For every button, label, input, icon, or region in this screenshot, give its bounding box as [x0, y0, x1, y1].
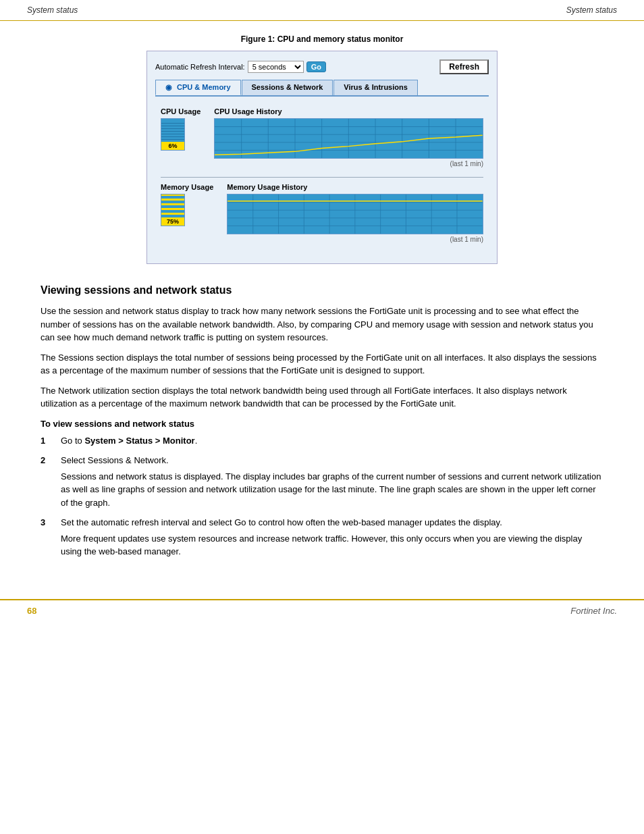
memory-usage-label: Memory Usage	[161, 183, 213, 191]
body-para-3: The Network utilization section displays…	[41, 384, 603, 411]
cpu-history-graph	[214, 118, 483, 159]
footer-brand: Fortinet Inc.	[570, 606, 617, 616]
memory-usage-section: Memory Usage 75%	[161, 183, 213, 226]
memory-history-graph	[227, 194, 483, 234]
step-1-content: Go to System > Status > Monitor.	[61, 434, 603, 448]
step-2-number: 2	[41, 454, 61, 467]
cpu-usage-section: CPU Usage 6%	[161, 107, 200, 151]
memory-history-label: Memory Usage History	[227, 183, 483, 191]
footer-page: 68	[27, 606, 36, 616]
cpu-history-label: CPU Usage History	[214, 107, 483, 115]
panel-content: CPU Usage 6% CPU Usage History	[155, 105, 489, 255]
header-left-title: System status	[27, 5, 78, 15]
memory-history-section: Memory Usage History	[227, 183, 483, 243]
cpu-history-section: CPU Usage History	[214, 107, 483, 167]
refresh-button[interactable]: Refresh	[439, 59, 489, 74]
step-1-text: Go to	[61, 436, 84, 446]
step-2-text: Select Sessions & Network.	[61, 455, 169, 465]
tab-sessions-network[interactable]: Sessions & Network	[242, 80, 333, 95]
step-1-suffix: .	[195, 436, 198, 446]
figure-caption: Figure 1: CPU and memory status monitor	[41, 34, 603, 44]
memory-bar-gauge: 75%	[161, 194, 185, 226]
tabs-row: ◉ CPU & Memory Sessions & Network Virus …	[155, 80, 489, 97]
steps-list: 1 Go to System > Status > Monitor. 2 Sel…	[41, 434, 603, 558]
cpu-last-min-label: (last 1 min)	[214, 160, 483, 167]
cpu-bar-gauge: 6%	[161, 118, 185, 151]
procedure-heading: To view sessions and network status	[41, 419, 603, 429]
step-1-number: 1	[41, 434, 61, 448]
step-2-content: Select Sessions & Network. Sessions and …	[61, 454, 603, 509]
toolbar-left: Automatic Refresh Interval: 5 seconds 10…	[155, 61, 326, 73]
cpu-bar-badge: 6%	[161, 142, 184, 150]
eye-icon: ◉	[165, 83, 172, 91]
step-1: 1 Go to System > Status > Monitor.	[41, 434, 603, 448]
tab-virus-intrusions[interactable]: Virus & Intrusions	[333, 80, 418, 95]
cpu-history-svg	[215, 119, 483, 158]
step-3-text: Set the automatic refresh interval and s…	[61, 517, 502, 527]
interval-select[interactable]: 5 seconds 10 seconds 30 seconds	[248, 61, 304, 73]
go-button[interactable]: Go	[306, 61, 326, 72]
memory-bar-badge: 75%	[161, 217, 184, 226]
tab-virus-intrusions-label: Virus & Intrusions	[344, 83, 408, 91]
divider-1	[161, 177, 483, 178]
footer-bar: 68 Fortinet Inc.	[0, 599, 644, 621]
header-bar: System status System status	[0, 0, 644, 21]
step-2-note: Sessions and network status is displayed…	[61, 470, 603, 510]
cpu-usage-label: CPU Usage	[161, 107, 200, 115]
memory-history-svg	[227, 194, 483, 234]
step-1-bold: System > Status > Monitor	[84, 436, 194, 446]
cpu-usage-row: CPU Usage 6% CPU Usage History	[161, 107, 483, 167]
step-3-content: Set the automatic refresh interval and s…	[61, 516, 603, 558]
tab-sessions-network-label: Sessions & Network	[252, 83, 323, 91]
content-area: Figure 1: CPU and memory status monitor …	[0, 21, 644, 579]
body-para-1: Use the session and network status displ…	[41, 305, 603, 344]
interval-label: Automatic Refresh Interval:	[155, 63, 245, 71]
page-container: System status System status Figure 1: CP…	[0, 0, 644, 621]
step-3-note: More frequent updates use system resourc…	[61, 532, 603, 558]
memory-usage-row: Memory Usage 75% Memory Usage History	[161, 183, 483, 243]
step-2: 2 Select Sessions & Network. Sessions an…	[41, 454, 603, 509]
section-heading: Viewing sessions and network status	[41, 284, 603, 296]
memory-last-min-label: (last 1 min)	[227, 236, 483, 243]
body-para-2: The Sessions section displays the total …	[41, 351, 603, 377]
screenshot-box: Automatic Refresh Interval: 5 seconds 10…	[146, 51, 498, 264]
tab-cpu-memory-label: CPU & Memory	[177, 83, 230, 91]
step-3-number: 3	[41, 516, 61, 529]
toolbar-row: Automatic Refresh Interval: 5 seconds 10…	[155, 59, 489, 74]
tab-cpu-memory[interactable]: ◉ CPU & Memory	[155, 80, 241, 95]
step-3: 3 Set the automatic refresh interval and…	[41, 516, 603, 558]
header-right-title: System status	[566, 5, 617, 15]
